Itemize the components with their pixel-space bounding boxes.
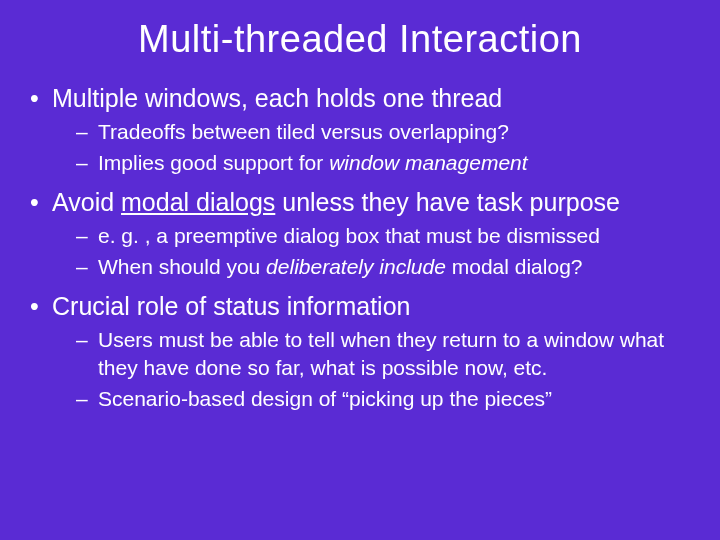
bullet-1-sub-2a: Implies good support for [98, 151, 329, 174]
bullet-3: Crucial role of status information Users… [28, 291, 692, 413]
bullet-2-sub-2c: modal dialog? [446, 255, 583, 278]
bullet-3-sub-2: Scenario-based design of “picking up the… [52, 385, 692, 413]
bullet-2-sublist: e. g. , a preemptive dialog box that mus… [52, 222, 692, 281]
bullet-2-sub-1: e. g. , a preemptive dialog box that mus… [52, 222, 692, 250]
bullet-1: Multiple windows, each holds one thread … [28, 83, 692, 177]
bullet-1-sub-1: Tradeoffs between tiled versus overlappi… [52, 118, 692, 146]
bullet-1-sub-2b: window management [329, 151, 527, 174]
bullet-2-text-a: Avoid [52, 188, 121, 216]
bullet-2-text-c: unless they have task purpose [275, 188, 620, 216]
bullet-3-sublist: Users must be able to tell when they ret… [52, 326, 692, 413]
bullet-2-sub-2b: deliberately include [266, 255, 446, 278]
bullet-3-text: Crucial role of status information [52, 292, 410, 320]
bullet-1-text: Multiple windows, each holds one thread [52, 84, 502, 112]
bullet-2-sub-2: When should you deliberately include mod… [52, 253, 692, 281]
bullet-2: Avoid modal dialogs unless they have tas… [28, 187, 692, 281]
bullet-1-sub-2: Implies good support for window manageme… [52, 149, 692, 177]
bullet-list: Multiple windows, each holds one thread … [28, 83, 692, 413]
slide-title: Multi-threaded Interaction [28, 18, 692, 61]
bullet-3-sub-1: Users must be able to tell when they ret… [52, 326, 692, 383]
slide: Multi-threaded Interaction Multiple wind… [0, 0, 720, 540]
bullet-1-sublist: Tradeoffs between tiled versus overlappi… [52, 118, 692, 177]
bullet-2-sub-2a: When should you [98, 255, 266, 278]
bullet-2-text-b: modal dialogs [121, 188, 275, 216]
